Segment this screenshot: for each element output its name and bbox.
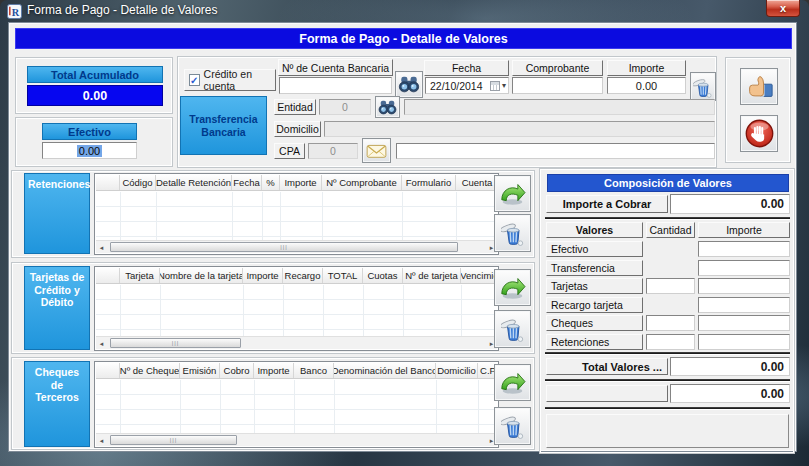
horizontal-scrollbar[interactable]: ◂ ▸ ||| <box>96 433 497 446</box>
valores-column-header[interactable]: Valores <box>546 222 643 238</box>
column-header-importe[interactable]: Importe <box>243 268 283 283</box>
column-header-%[interactable]: % <box>262 175 280 190</box>
apply-cheque-button[interactable] <box>494 364 531 401</box>
composicion-row-label[interactable]: Tarjetas <box>546 278 643 294</box>
column-header-recargo[interactable]: Recargo <box>283 268 323 283</box>
thumb-grip-icon: ||| <box>280 243 288 251</box>
delete-payment-button[interactable] <box>690 72 716 101</box>
scroll-left-icon[interactable]: ◂ <box>96 338 107 349</box>
mail-button[interactable] <box>362 138 391 163</box>
column-header-n-de-tarjeta[interactable]: Nº de tarjeta <box>403 268 461 283</box>
scrollbar-thumb[interactable]: ||| <box>110 435 237 445</box>
accept-button[interactable] <box>740 68 778 105</box>
fecha-input[interactable]: 22/10/2014 ▾ <box>425 77 509 94</box>
horizontal-scrollbar[interactable]: ◂ ▸ ||| <box>96 336 497 349</box>
transferencia-bancaria-label: Transferencia Bancaria <box>180 96 267 155</box>
grid-line <box>363 285 364 336</box>
credito-en-cuenta-checkbox[interactable]: ✓ Crédito en cuenta <box>184 69 276 91</box>
column-header-tarjeta[interactable]: Tarjeta <box>120 268 160 283</box>
close-icon: x <box>780 3 786 14</box>
titlebar[interactable]: Forma de Pago - Detalle de Valores x <box>0 0 809 22</box>
horizontal-scrollbar[interactable]: ◂ ▸ ||| <box>96 240 497 253</box>
composicion-row-label[interactable]: Recargo tarjeta <box>546 297 643 313</box>
delete-tarjeta-button[interactable] <box>494 310 531 348</box>
composicion-row-label[interactable]: Cheques <box>546 315 643 331</box>
scroll-left-icon[interactable]: ◂ <box>96 242 107 253</box>
scroll-left-icon[interactable]: ◂ <box>96 435 107 446</box>
composicion-row-label[interactable]: Efectivo <box>546 241 643 257</box>
domicilio-button[interactable]: Domicilio <box>274 121 321 137</box>
table-body[interactable] <box>96 285 497 336</box>
extra-total-button[interactable] <box>546 385 668 402</box>
table-body[interactable] <box>96 192 497 240</box>
importe-column-header[interactable]: Importe <box>698 222 790 238</box>
column-header-denominaci-n-del-banco[interactable]: Denominación del Banco <box>334 363 436 378</box>
grid-line <box>180 380 181 433</box>
tarjetas-table[interactable]: TarjetaNombre de la tarjetaImporteRecarg… <box>94 266 499 351</box>
trash-icon <box>501 316 525 342</box>
delete-cheque-button[interactable] <box>494 407 531 445</box>
column-header-formulario[interactable]: Formulario <box>402 175 456 190</box>
grid-line <box>160 285 161 336</box>
importe-a-cobrar-value[interactable]: 0.00 <box>670 194 790 214</box>
column-header-banco[interactable]: Banco <box>294 363 334 378</box>
column-header-nombre-de-la-tarjeta[interactable]: Nombre de la tarjeta <box>160 268 243 283</box>
cantidad-field[interactable] <box>646 334 695 350</box>
table-body[interactable] <box>96 380 497 433</box>
efectivo-input[interactable]: 0.00 <box>42 142 137 159</box>
grid-line <box>323 285 324 336</box>
column-header-c-digo[interactable]: Código <box>120 175 156 190</box>
importe-field[interactable] <box>698 334 790 350</box>
column-header-selector[interactable] <box>96 175 120 190</box>
entidad-button[interactable]: Entidad <box>274 99 316 115</box>
cheques-table[interactable]: Nº de ChequeEmisiónCobroImporteBancoDeno… <box>94 361 499 448</box>
composicion-row-label[interactable]: Retenciones <box>546 334 643 350</box>
column-header-selector[interactable] <box>96 268 120 283</box>
importe-input[interactable]: 0.00 <box>607 77 686 94</box>
scrollbar-thumb[interactable]: ||| <box>110 338 241 348</box>
search-account-button[interactable] <box>395 71 423 98</box>
importe-field[interactable] <box>698 297 790 313</box>
grid-line <box>232 192 233 240</box>
apply-retenciones-button[interactable] <box>494 175 531 212</box>
cantidad-field[interactable] <box>646 315 695 331</box>
column-header-domicilio[interactable]: Domicilio <box>436 363 478 378</box>
checkbox-checkmark-icon: ✓ <box>189 74 200 86</box>
delete-retencion-button[interactable] <box>494 214 531 252</box>
cantidad-field[interactable] <box>646 278 695 294</box>
scrollbar-thumb[interactable]: ||| <box>110 242 458 252</box>
apply-tarjeta-button[interactable] <box>494 269 531 306</box>
divider <box>545 379 790 382</box>
cancel-button[interactable] <box>740 115 778 152</box>
search-entidad-button[interactable] <box>375 96 400 118</box>
retenciones-table[interactable]: CódigoDetalle RetenciónFecha%ImporteNº C… <box>94 173 499 255</box>
column-header-vencimie[interactable]: Vencimie <box>461 268 497 283</box>
total-valores-button[interactable]: Total Valores ... <box>546 358 668 375</box>
importe-field[interactable] <box>698 241 790 257</box>
column-header-fecha[interactable]: Fecha <box>232 175 262 190</box>
importe-field[interactable] <box>698 315 790 331</box>
column-header-importe[interactable]: Importe <box>280 175 322 190</box>
cpa-button[interactable]: CPA <box>274 143 305 159</box>
column-header-cuotas[interactable]: Cuotas <box>363 268 403 283</box>
calendar-dropdown-button[interactable]: ▾ <box>490 81 508 91</box>
column-header-selector[interactable] <box>96 363 120 378</box>
column-header-n-comprobante[interactable]: Nº Comprobante <box>322 175 402 190</box>
importe-field[interactable] <box>698 278 790 294</box>
column-header-total[interactable]: TOTAL <box>323 268 363 283</box>
importe-field[interactable] <box>698 260 790 276</box>
importe-a-cobrar-button[interactable]: Importe a Cobrar <box>546 195 668 213</box>
column-header-n-de-cheque[interactable]: Nº de Cheque <box>120 363 180 378</box>
cpa-input[interactable] <box>396 143 715 159</box>
column-header-detalle-retenci-n[interactable]: Detalle Retención <box>156 175 232 190</box>
cuenta-bancaria-input[interactable] <box>279 77 392 94</box>
column-header-cuenta[interactable]: Cuenta <box>456 175 497 190</box>
close-button[interactable]: x <box>766 0 800 17</box>
column-header-importe[interactable]: Importe <box>254 363 294 378</box>
comprobante-input[interactable] <box>512 77 603 94</box>
total-valores-value: 0.00 <box>670 357 790 376</box>
cantidad-column-header[interactable]: Cantidad <box>646 222 695 238</box>
composicion-row-label[interactable]: Transferencia <box>546 260 643 276</box>
column-header-cobro[interactable]: Cobro <box>220 363 254 378</box>
column-header-emisi-n[interactable]: Emisión <box>180 363 220 378</box>
